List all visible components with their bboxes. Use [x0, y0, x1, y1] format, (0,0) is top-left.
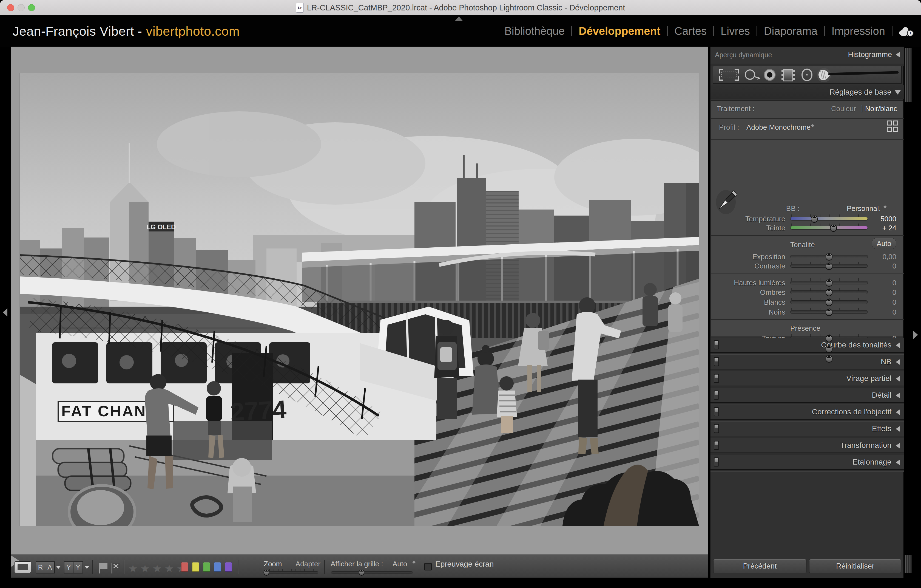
- whites-value[interactable]: 0: [866, 298, 897, 306]
- color-label-red[interactable]: [181, 562, 188, 572]
- panel-collapsed-icon[interactable]: [896, 342, 900, 348]
- panel-collapsed-icon[interactable]: [896, 376, 900, 382]
- tint-slider-row: Teinte + 24: [711, 223, 904, 233]
- basic-panel-title: Réglages de base: [830, 88, 892, 96]
- panel-toggle-switch[interactable]: [714, 424, 719, 433]
- module-diaporama[interactable]: Diaporama: [757, 25, 824, 37]
- previous-button[interactable]: Précédent: [713, 559, 806, 573]
- before-after-view-button[interactable]: R A: [36, 561, 55, 573]
- cloud-sync-status-icon[interactable]: !: [898, 25, 915, 37]
- color-label-blue[interactable]: [214, 562, 221, 572]
- basic-panel-header[interactable]: Réglages de base: [711, 85, 904, 99]
- panel-collapsed-icon[interactable]: [896, 459, 900, 466]
- treatment-color-option[interactable]: Couleur: [821, 104, 856, 113]
- module-cartes[interactable]: Cartes: [668, 25, 713, 37]
- tint-slider[interactable]: [790, 226, 868, 230]
- radial-filter-tool-icon[interactable]: [802, 69, 812, 81]
- profile-value[interactable]: Adobe Monochrome: [746, 123, 810, 132]
- panel-toggle-switch[interactable]: [714, 391, 719, 400]
- shadows-value[interactable]: 0: [866, 288, 897, 297]
- panel-toggle-switch[interactable]: [714, 407, 719, 416]
- temperature-value[interactable]: 5000: [866, 215, 897, 223]
- scrollbar-thumb[interactable]: [905, 555, 912, 573]
- hide-right-panel-arrow-icon[interactable]: [913, 331, 918, 339]
- spot-removal-tool-icon[interactable]: [745, 70, 760, 80]
- blacks-value[interactable]: 0: [866, 308, 897, 316]
- zoom-label[interactable]: Zoom: [264, 560, 282, 568]
- split-view-dropdown-icon[interactable]: [85, 566, 89, 569]
- highlights-slider[interactable]: [790, 281, 868, 284]
- scrollbar-thumb[interactable]: [905, 48, 912, 102]
- panel-collapsed-icon[interactable]: [896, 426, 900, 432]
- highlights-value[interactable]: 0: [866, 279, 897, 287]
- zoom-slider[interactable]: [264, 571, 318, 574]
- filmstrip-collapsed[interactable]: [0, 578, 921, 588]
- effects-panel-header[interactable]: Effets: [711, 422, 904, 436]
- reject-flag-icon[interactable]: [110, 561, 122, 575]
- exposure-value[interactable]: 0,00: [866, 252, 897, 261]
- panel-toggle-switch[interactable]: [714, 374, 719, 383]
- split-view-button[interactable]: Y Y: [64, 561, 83, 573]
- treatment-bw-option[interactable]: Noir/blanc: [865, 104, 897, 113]
- loupe-view-button[interactable]: [14, 561, 31, 573]
- grid-mode-value[interactable]: Auto: [392, 560, 407, 568]
- detail-panel-header[interactable]: Détail: [711, 388, 904, 402]
- reset-button[interactable]: Réinitialiser: [809, 559, 901, 573]
- collapse-top-panel-icon[interactable]: [455, 16, 463, 21]
- red-eye-tool-icon[interactable]: [764, 69, 775, 80]
- panel-collapsed-icon[interactable]: [896, 359, 900, 365]
- panel-toggle-switch[interactable]: [714, 458, 719, 466]
- module-livres[interactable]: Livres: [714, 25, 757, 37]
- show-left-panel-arrow-icon[interactable]: [3, 308, 7, 316]
- soft-proof-checkbox[interactable]: [424, 563, 432, 570]
- transform-panel-header[interactable]: Transformation: [711, 438, 904, 453]
- color-label-yellow[interactable]: [192, 562, 199, 572]
- profile-browser-grid-icon[interactable]: [887, 121, 898, 132]
- grid-mode-updown-icon[interactable]: [409, 559, 416, 568]
- pick-flag-icon[interactable]: [98, 561, 110, 575]
- wb-updown-icon[interactable]: [880, 203, 887, 212]
- profile-updown-icon[interactable]: [808, 122, 815, 130]
- temperature-slider[interactable]: [790, 217, 868, 220]
- graduated-filter-tool-icon[interactable]: [781, 69, 795, 81]
- histogram-panel-header[interactable]: Aperçu dynamique Histogramme: [711, 47, 904, 64]
- whites-slider[interactable]: [790, 300, 868, 304]
- tint-value[interactable]: + 24: [866, 224, 897, 232]
- highlights-slider-row: Hautes lumières 0: [711, 278, 904, 288]
- before-after-dropdown-icon[interactable]: [56, 566, 61, 569]
- split-toning-panel-header[interactable]: Virage partiel: [711, 371, 904, 386]
- basic-panel-expanded-icon[interactable]: [895, 90, 901, 94]
- soft-proof-label[interactable]: Epreuvage écran: [435, 560, 494, 568]
- contrast-value[interactable]: 0: [866, 262, 897, 270]
- wb-eyedropper-icon[interactable]: [715, 188, 737, 217]
- color-label-green[interactable]: [203, 562, 210, 572]
- tone-curve-panel-header[interactable]: Courbe des tonalités: [711, 338, 904, 352]
- grid-size-slider[interactable]: [331, 571, 413, 574]
- shadows-slider[interactable]: [790, 290, 868, 294]
- rating-stars[interactable]: ★★★★★: [128, 562, 189, 575]
- contrast-slider[interactable]: [790, 264, 868, 268]
- module-bibliotheque[interactable]: Bibliothèque: [498, 25, 571, 37]
- adjustment-brush-tool-icon[interactable]: [817, 68, 897, 82]
- histogram-collapse-icon[interactable]: [896, 52, 900, 58]
- module-impression[interactable]: Impression: [825, 25, 892, 37]
- blacks-slider[interactable]: [790, 310, 868, 314]
- panel-toggle-switch[interactable]: [714, 441, 719, 450]
- color-label-purple[interactable]: [225, 562, 232, 572]
- right-panel-scrollbar[interactable]: [905, 47, 912, 577]
- photo[interactable]: LG OLED: [20, 73, 699, 526]
- crop-overlay-tool-icon[interactable]: [719, 70, 739, 80]
- exposure-slider[interactable]: [790, 255, 868, 258]
- lens-corrections-panel-header[interactable]: Corrections de l'objectif: [711, 405, 904, 419]
- auto-tone-button[interactable]: Auto: [872, 238, 897, 249]
- panel-collapsed-icon[interactable]: [896, 409, 900, 415]
- panel-collapsed-icon[interactable]: [896, 393, 900, 399]
- panel-toggle-switch[interactable]: [714, 357, 719, 366]
- calibration-panel-header[interactable]: Etalonnage: [711, 455, 904, 469]
- wb-value[interactable]: Personnal.: [847, 204, 877, 213]
- module-developpement[interactable]: Développement: [572, 25, 667, 37]
- panel-collapsed-icon[interactable]: [896, 443, 900, 449]
- panel-toggle-switch[interactable]: [714, 340, 719, 349]
- bw-panel-header[interactable]: NB: [711, 355, 904, 369]
- fit-label[interactable]: Adapter: [296, 560, 321, 568]
